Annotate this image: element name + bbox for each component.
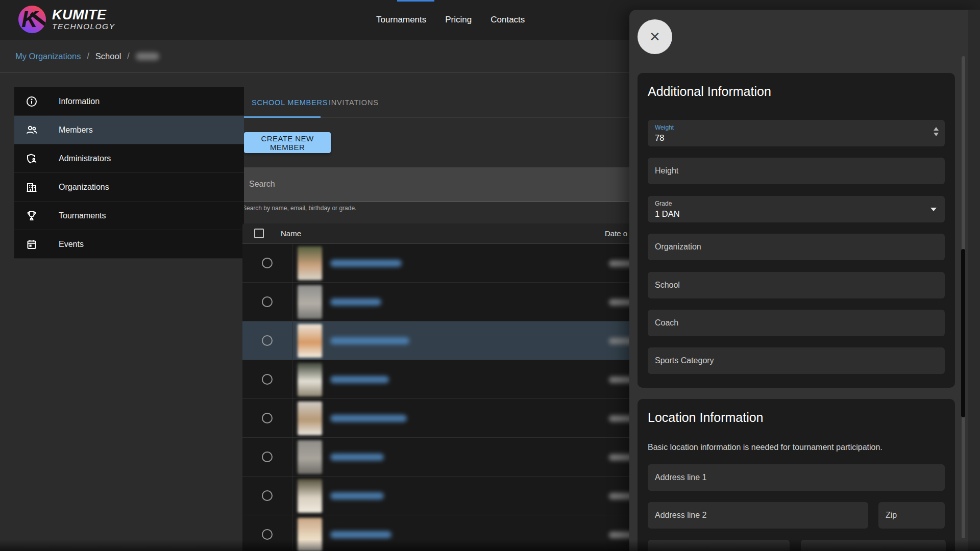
search-helper-text: Search by name, email, birthday or grade… [242,205,356,212]
location-field-partial-right[interactable] [801,540,946,551]
column-header-name: Name [281,229,301,238]
select-all-checkbox[interactable] [254,229,264,238]
member-avatar [298,402,322,435]
sidebar-item-information[interactable]: Information [14,87,244,116]
nav-item-tournaments[interactable]: Tournaments [376,15,426,25]
sidebar-item-members[interactable]: Members [14,116,244,144]
additional-information-card: Additional Information Weight 78 Height … [638,73,955,388]
organization-label: Organization [655,242,701,252]
brand-main: KUMITE [52,8,115,22]
school-field[interactable]: School [648,272,945,298]
location-information-card: Location Information Basic location info… [638,399,955,551]
member-name-redacted[interactable] [330,492,384,499]
coach-field[interactable]: Coach [648,310,945,336]
sidebar: Information Members Administrators Organ… [14,87,244,259]
address-line-1-label: Address line 1 [655,473,706,482]
school-label: School [655,281,680,290]
number-stepper[interactable] [934,127,939,136]
zip-field[interactable]: Zip [878,502,945,529]
row-radio[interactable] [262,258,273,268]
location-information-description: Basic location information is needed for… [648,443,883,452]
organization-field[interactable]: Organization [648,234,945,260]
row-radio[interactable] [262,335,273,346]
member-details-drawer: ✕ Additional Information Weight 78 Heigh… [629,10,980,551]
row-radio[interactable] [262,452,273,462]
address-line-1-field[interactable]: Address line 1 [648,464,945,491]
row-radio[interactable] [262,413,273,423]
nav-items: Tournaments Pricing Contacts [376,0,525,40]
logo[interactable]: K KUMITE TECHNOLOGY [18,6,115,33]
member-avatar [298,479,322,513]
close-drawer-button[interactable]: ✕ [638,19,672,54]
close-icon: ✕ [649,29,660,44]
window-edge [968,10,980,551]
grade-value: 1 DAN [655,209,680,219]
create-new-member-button[interactable]: CREATE NEW MEMBER [244,132,331,153]
scrollbar-thumb[interactable] [961,249,965,417]
weight-label: Weight [655,124,674,131]
sidebar-item-tournaments[interactable]: Tournaments [14,202,244,230]
dropdown-caret-icon[interactable] [930,208,937,211]
location-information-title: Location Information [648,410,764,425]
member-avatar [298,518,322,551]
stepper-down-icon[interactable] [934,133,939,136]
breadcrumb-current-redacted [136,53,159,60]
sidebar-item-label: Organizations [59,183,109,192]
address-line-2-label: Address line 2 [655,511,706,520]
sports-category-field[interactable]: Sports Category [648,347,945,374]
calendar-icon [26,238,38,251]
sidebar-item-label: Information [59,97,100,106]
weight-field[interactable]: Weight 78 [648,120,945,146]
member-name-redacted[interactable] [330,337,409,344]
row-radio[interactable] [262,529,273,540]
member-name-redacted[interactable] [330,260,402,267]
tab-invitations[interactable]: INVITATIONS [329,98,379,107]
member-avatar [298,246,322,280]
row-radio[interactable] [262,374,273,385]
zip-label: Zip [886,511,897,520]
nav-item-pricing[interactable]: Pricing [445,15,472,25]
height-label: Height [655,166,678,176]
sidebar-item-events[interactable]: Events [14,230,244,259]
address-line-2-field[interactable]: Address line 2 [648,502,868,529]
sidebar-item-label: Tournaments [59,211,106,220]
admin-shield-icon [26,153,38,165]
tab-school-members[interactable]: SCHOOL MEMBERS [252,98,328,107]
additional-information-title: Additional Information [648,84,771,99]
member-name-redacted[interactable] [330,376,389,383]
height-field[interactable]: Height [648,158,945,184]
row-radio[interactable] [262,490,273,501]
member-avatar [298,285,322,319]
breadcrumb-my-organizations[interactable]: My Organizations [15,52,81,61]
row-radio[interactable] [262,296,273,307]
trophy-icon [26,210,38,222]
breadcrumb-separator: / [87,52,89,61]
nav-item-contacts[interactable]: Contacts [491,15,525,25]
logo-k-icon: K [18,6,46,33]
brand-sub: TECHNOLOGY [52,22,115,31]
sidebar-item-organizations[interactable]: Organizations [14,173,244,202]
member-avatar [298,363,322,396]
weight-value: 78 [655,133,664,143]
coach-label: Coach [655,318,678,328]
stepper-up-icon[interactable] [934,127,939,131]
sidebar-item-administrators[interactable]: Administrators [14,144,244,173]
breadcrumb-school[interactable]: School [95,52,121,61]
member-name-redacted[interactable] [330,298,381,306]
member-name-redacted[interactable] [330,415,407,422]
active-tab-indicator [244,116,321,118]
member-avatar [298,324,322,358]
info-icon [26,95,38,108]
member-name-redacted[interactable] [330,454,384,461]
building-icon [26,181,38,193]
member-avatar [298,440,322,474]
member-name-redacted[interactable] [330,531,391,538]
location-field-partial-left[interactable] [648,540,790,551]
breadcrumb-separator: / [127,52,129,61]
grade-label: Grade [655,200,672,207]
members-icon [26,124,38,136]
brand-text: KUMITE TECHNOLOGY [52,8,115,31]
grade-select[interactable]: Grade 1 DAN [648,196,945,222]
sidebar-item-label: Events [59,240,84,249]
sidebar-item-label: Members [59,126,93,135]
